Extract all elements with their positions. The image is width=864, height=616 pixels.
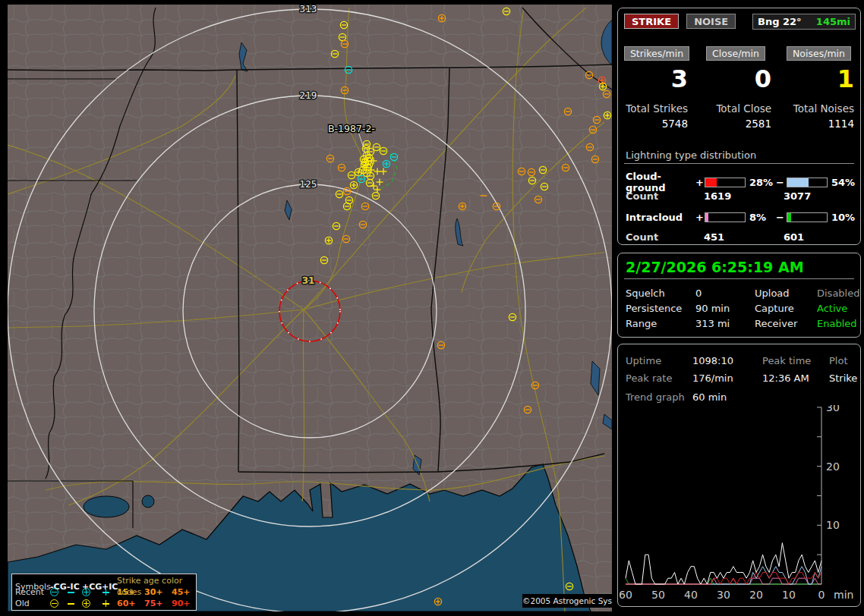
ring-label-313: 313 (300, 5, 317, 14)
range-label: Range (626, 318, 695, 329)
plot-value: Strike (829, 372, 857, 384)
ic-positive-pct: 8% (746, 212, 776, 223)
bearing-readout: Bng 22° 145mi (752, 14, 856, 30)
cloud-ground-row: Cloud-ground + 28% − 54% (626, 171, 857, 181)
peak-rate-label: Peak rate (626, 372, 692, 384)
strikes-per-min-header: Strikes/min (624, 46, 689, 61)
distribution-divider (624, 163, 854, 164)
age-30: 30+ (144, 586, 172, 598)
svg-text:20: 20 (826, 460, 840, 473)
counter-values: 3 0 1 (620, 66, 859, 92)
trend-graph-row: Trend graph 60 min (626, 391, 727, 403)
cg-positive-count: 1619 (704, 190, 784, 202)
cloud-ground-counts: Count 1619 3077 (626, 190, 857, 201)
legend-header-row: Symbols -CG -IC +CG +IC Strike age color… (15, 575, 196, 586)
capture-label: Capture (755, 303, 817, 314)
map-canvas: 31321912531 B-1987-2- (8, 5, 612, 611)
peak-rate-value: 176/min (692, 372, 762, 384)
total-close-label: Total Close (694, 102, 777, 115)
status-panel: 2/27/2026 6:25:19 AM Squelch 0 Upload Di… (617, 253, 861, 338)
legend-old-row: Old 60+ 75+ 90+ (15, 598, 196, 609)
squelch-value: 0 (695, 288, 755, 299)
old-ic-pos-icon (102, 599, 110, 608)
legend-recent-label: Recent (15, 586, 50, 598)
trend-panel: Uptime 1098:10 Peak time Plot Peak rate … (617, 344, 861, 607)
plus-sign: + (695, 177, 705, 188)
old-cg-neg-icon (50, 599, 58, 608)
cg-positive-bar (705, 178, 746, 187)
uptime-label: Uptime (626, 355, 692, 366)
ic-positive-bar (705, 212, 746, 222)
recent-cg-neg-icon (50, 588, 58, 596)
svg-text:40: 40 (684, 589, 698, 601)
storm-cell-label: B-1987-2- (328, 123, 375, 134)
svg-text:10: 10 (826, 519, 840, 531)
noises-per-min-header: Noises/min (787, 46, 851, 61)
svg-text:20: 20 (749, 589, 763, 601)
total-noises-label: Total Noises (777, 102, 860, 115)
noise-mode-button[interactable]: NOISE (686, 14, 736, 29)
counters-panel: STRIKE NOISE Bng 22° 145mi Strikes/min C… (617, 8, 861, 245)
bearing-value: Bng 22° (758, 16, 802, 27)
strike-mode-button[interactable]: STRIKE (624, 14, 679, 29)
trend-graph-label: Trend graph (626, 391, 692, 403)
ic-negative-bar (787, 212, 828, 222)
intracloud-row: Intracloud + 8% − 10% (626, 212, 857, 222)
persistence-label: Persistence (626, 303, 695, 314)
svg-text:60: 60 (620, 589, 632, 601)
total-close-value: 2581 (694, 118, 777, 130)
cg-count-label: Count (626, 190, 704, 202)
bearing-range-value: 145mi (816, 14, 850, 29)
old-cg-pos-icon (82, 599, 90, 608)
ic-negative-pct: 10% (828, 212, 858, 223)
svg-text:0: 0 (818, 589, 825, 601)
svg-text:30: 30 (717, 589, 730, 601)
trend-graph-value: 60 min (692, 391, 727, 403)
svg-text:10: 10 (782, 589, 796, 601)
peak-time-label: Peak time (762, 355, 829, 366)
counter-total-values: 5748 2581 1114 (620, 118, 859, 130)
plus-sign: + (695, 212, 705, 223)
ic-positive-count: 451 (704, 231, 784, 243)
close-per-min-value: 0 (694, 66, 777, 92)
ring-label-31: 31 (302, 275, 315, 286)
svg-text:50: 50 (651, 589, 665, 601)
cg-negative-pct: 54% (828, 177, 858, 188)
age-45: 45+ (172, 586, 197, 598)
counter-total-labels: Total Strikes Total Close Total Noises (620, 102, 859, 115)
settings-grid: Squelch 0 Upload Disabled Persistence 90… (626, 285, 856, 331)
age-60: 60+ (117, 598, 144, 609)
stats-grid: Uptime 1098:10 Peak time Plot Peak rate … (626, 352, 856, 387)
ring-label-219: 219 (300, 90, 317, 101)
legend-old-label: Old (15, 598, 50, 609)
distribution-title: Lightning type distribution (626, 149, 756, 161)
svg-text:30: 30 (826, 405, 840, 413)
cg-positive-pct: 28% (746, 177, 776, 188)
ic-negative-count: 601 (784, 231, 857, 243)
persistence-value: 90 min (695, 303, 755, 314)
range-value: 313 mi (695, 318, 755, 329)
map-legend: Symbols -CG -IC +CG +IC Strike age color… (11, 574, 197, 611)
clock-divider (624, 278, 854, 279)
plot-label: Plot (829, 355, 857, 366)
ring-label-125: 125 (300, 179, 317, 190)
age-90: 90+ (172, 598, 197, 609)
total-strikes-value: 5748 (620, 118, 694, 130)
mode-button-row: STRIKE NOISE Bng 22° 145mi (624, 14, 856, 30)
recent-ic-pos-icon (102, 588, 110, 596)
receiver-label: Receiver (755, 318, 817, 329)
intracloud-counts: Count 451 601 (626, 231, 857, 242)
old-ic-neg-icon (67, 599, 75, 608)
copyright-notice: ©2005 Astrogenic Systems (522, 594, 612, 608)
capture-status: Active (817, 303, 859, 314)
recent-ic-neg-icon (67, 588, 75, 596)
minus-sign: − (776, 177, 787, 188)
receiver-status: Enabled (817, 318, 859, 329)
lightning-map[interactable]: 31321912531 B-1987-2- Symbols -CG -IC +C… (8, 5, 612, 611)
strikes-per-min-value: 3 (620, 66, 694, 92)
cg-negative-bar (787, 178, 828, 187)
svg-text:min: min (834, 589, 853, 601)
nexstorm-app: 31321912531 B-1987-2- Symbols -CG -IC +C… (0, 0, 864, 616)
age-75: 75+ (144, 598, 172, 609)
counter-headers: Strikes/min Close/min Noises/min (620, 46, 859, 61)
